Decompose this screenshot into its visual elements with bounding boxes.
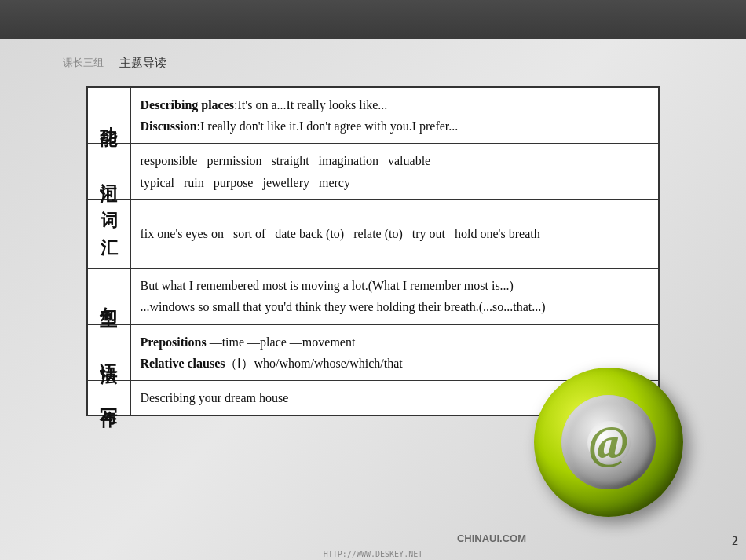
- sentence-pattern-2: ...windows so small that you'd think the…: [141, 300, 546, 313]
- page-number: 2: [732, 534, 738, 548]
- row-label-cihui: 词汇: [87, 144, 130, 199]
- writing-task: Describing your dream house: [141, 391, 289, 404]
- row-label-cihui2: 词汇: [87, 199, 130, 268]
- grammar-relative: Relative clauses（Ⅰ）who/whom/whose/which/…: [141, 357, 403, 370]
- row-content-cihui1: responsible permission straight imaginat…: [130, 144, 659, 199]
- table-row: 句型 But what I remembered most is moving …: [87, 269, 659, 324]
- phrase-line: fix one's eyes on sort of date back (to)…: [141, 227, 540, 240]
- vocab-line1: responsible permission straight imaginat…: [141, 154, 431, 167]
- prepositions-bold: Prepositions: [141, 335, 207, 349]
- relative-clauses-bold: Relative clauses: [141, 357, 225, 370]
- table-row: 功能 Describing places:It's on a...It real…: [87, 87, 659, 144]
- grammar-prepositions: Prepositions —time —place —movement: [141, 335, 356, 349]
- vocab-line2: typical ruin purpose jewellery mercy: [141, 176, 350, 189]
- header-area: 课长三组 主题导读: [63, 43, 683, 82]
- discussion-label: Discussion:I really don't like it.I don'…: [141, 119, 459, 133]
- table-row: 词汇 responsible permission straight imagi…: [87, 144, 659, 199]
- row-label-xiezuo: 写作: [87, 380, 130, 415]
- logo-circle: @: [534, 368, 683, 517]
- discussion-bold: Discussion: [141, 119, 197, 133]
- breadcrumb: 课长三组: [63, 56, 104, 70]
- describing-places-label: Describing places:It's on a...It really …: [141, 98, 388, 112]
- row-label-gongneng: 功能: [87, 87, 130, 144]
- row-label-yufa: 语法: [87, 324, 130, 380]
- row-content-juxing: But what I remembered most is moving a l…: [130, 269, 659, 324]
- row-content-gongneng: Describing places:It's on a...It really …: [130, 87, 659, 144]
- bottom-url: HTTP://WWW.DESKEY.NET: [0, 550, 746, 558]
- logo-overlay: @: [534, 368, 683, 517]
- top-bar: [0, 0, 746, 39]
- at-symbol-icon: @: [589, 415, 628, 470]
- sentence-pattern-1: But what I remembered most is moving a l…: [141, 279, 514, 292]
- page-title: 主题导读: [119, 56, 166, 71]
- chinaui-watermark: CHINAUI.COM: [457, 533, 526, 544]
- table-row: 词汇 fix one's eyes on sort of date back (…: [87, 199, 659, 268]
- row-label-juxing: 句型: [87, 269, 130, 324]
- row-content-cihui2: fix one's eyes on sort of date back (to)…: [130, 199, 659, 268]
- describing-places-bold: Describing places: [141, 98, 235, 112]
